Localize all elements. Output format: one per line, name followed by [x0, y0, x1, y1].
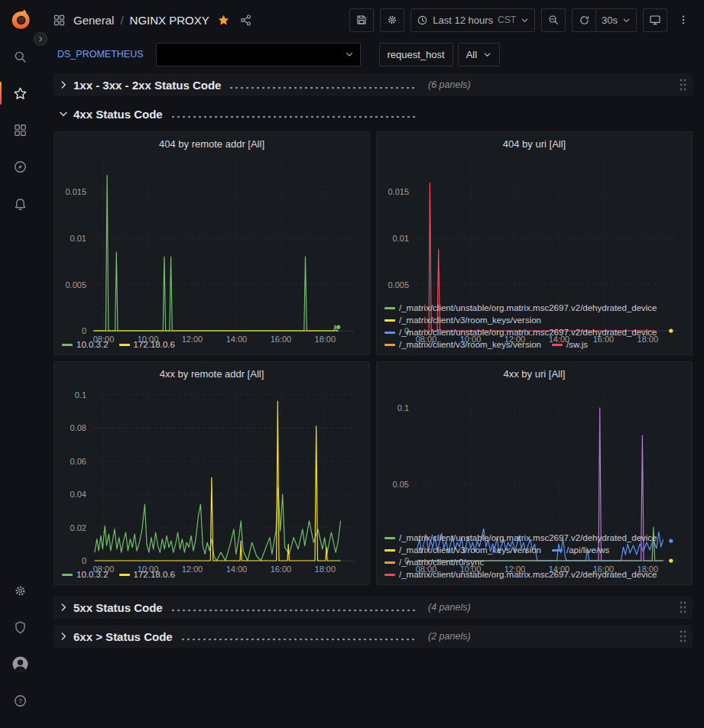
breadcrumb-section[interactable]: General	[73, 14, 114, 27]
legend-item[interactable]: 10.0.3.2	[62, 570, 109, 579]
chart-plot[interactable]: 00.050.108:0010:0012:0014:0016:0018:00	[380, 383, 687, 532]
request-host-variable-label: request_host	[379, 43, 453, 66]
legend-item[interactable]: 10.0.3.2	[62, 340, 109, 349]
legend-label: /_matrix/client/unstable/org.matrix.msc2…	[399, 570, 657, 579]
row-dotted-leader	[170, 607, 417, 613]
refresh-icon	[579, 15, 590, 26]
legend-swatch	[62, 574, 73, 576]
panel-title[interactable]: 4xx by uri [All]	[377, 362, 692, 382]
row-panel-count: (2 panels)	[428, 631, 471, 642]
favorite-star-icon[interactable]	[216, 12, 232, 28]
main-area: General / NGINX PROXY La	[41, 0, 704, 728]
row-6xx-status-code[interactable]: 6xx > Status Code (2 panels)	[54, 625, 693, 648]
panel-title[interactable]: 404 by remote addr [All]	[54, 132, 369, 152]
row-panel-count: (4 panels)	[428, 602, 471, 613]
legend-swatch	[384, 537, 395, 539]
legend-swatch	[119, 574, 130, 576]
legend-label: /_matrix/client/v3/room_keys/version	[399, 315, 541, 325]
save-dashboard-button[interactable]	[349, 8, 374, 32]
row-title: 4xx Status Code	[73, 108, 163, 121]
refresh-button[interactable]	[572, 8, 596, 32]
chart-plot[interactable]: 00.0050.010.01508:0010:0012:0014:0016:00…	[380, 154, 687, 302]
time-range-picker[interactable]: Last 12 hours CST	[410, 8, 535, 32]
sidebar-item-search[interactable]	[0, 38, 41, 75]
breadcrumb: General / NGINX PROXY	[51, 12, 349, 28]
more-options-kebab[interactable]	[673, 8, 693, 32]
legend-swatch	[384, 332, 395, 334]
bell-icon	[13, 196, 28, 211]
dashboard-header: General / NGINX PROXY La	[41, 0, 704, 40]
chevron-right-icon	[58, 631, 69, 642]
host-variable-dropdown[interactable]	[156, 43, 361, 66]
avatar-icon	[11, 655, 29, 673]
chart-plot[interactable]: 00.020.040.060.080.108:0010:0012:0014:00…	[57, 383, 365, 568]
chevron-down-icon	[483, 50, 492, 59]
sidebar-item-explore[interactable]	[0, 148, 41, 185]
legend-item[interactable]: /api/live/ws	[552, 545, 609, 555]
legend-item[interactable]: /_matrix/client/v3/room_keys/version	[384, 340, 541, 349]
datasource-variable-link[interactable]: DS_PROMETHEUS	[53, 46, 148, 63]
legend-item[interactable]: /_matrix/client/unstable/org.matrix.msc2…	[384, 328, 657, 337]
legend-item[interactable]: 172.18.0.6	[119, 570, 175, 579]
share-icon[interactable]	[238, 12, 254, 28]
row-drag-handle[interactable]	[679, 78, 686, 92]
chevron-down-icon	[622, 16, 631, 24]
legend-swatch	[384, 561, 395, 564]
chevron-down-icon	[345, 50, 354, 59]
legend-item[interactable]: /_matrix/client/v3/room_keys/version	[384, 545, 541, 555]
refresh-interval-label: 30s	[602, 15, 618, 26]
sidebar-item-starred[interactable]	[0, 75, 41, 112]
chevron-down-icon	[521, 16, 529, 24]
row-drag-handle[interactable]	[679, 629, 686, 643]
row-title: 6xx > Status Code	[73, 630, 173, 643]
grafana-logo-icon[interactable]	[9, 8, 32, 31]
sidebar-item-alerting[interactable]	[0, 185, 41, 222]
request-host-variable-value: All	[466, 49, 477, 60]
legend-item[interactable]: /_matrix/client/r0/sync	[384, 558, 484, 567]
sidebar-expand-button[interactable]	[34, 32, 47, 46]
sidebar-item-dashboards[interactable]	[0, 112, 41, 148]
legend-swatch	[384, 574, 395, 576]
legend-item[interactable]: /_matrix/client/unstable/org.matrix.msc2…	[384, 303, 657, 312]
legend-item[interactable]: 172.18.0.6	[119, 340, 175, 349]
legend-swatch	[552, 549, 563, 552]
sidebar: ?	[0, 0, 41, 728]
sidebar-item-configuration[interactable]	[0, 572, 41, 609]
legend-swatch	[62, 344, 73, 346]
svg-text:0.02: 0.02	[70, 523, 86, 532]
legend-label: /_matrix/client/r0/sync	[399, 558, 484, 567]
sidebar-item-profile[interactable]	[0, 645, 41, 682]
chevron-down-icon	[58, 108, 69, 119]
apps-grid-icon	[51, 12, 67, 28]
dashboard-settings-button[interactable]	[380, 8, 404, 32]
dashboards-grid-icon	[13, 123, 28, 138]
chevron-right-icon	[58, 79, 69, 90]
gear-icon	[13, 584, 28, 598]
dashboard-content: 1xx - 3xx - 2xx Status Code (6 panels) 4…	[41, 69, 704, 728]
row-5xx-status-code[interactable]: 5xx Status Code (4 panels)	[54, 596, 693, 619]
refresh-interval-dropdown[interactable]: 30s	[595, 8, 637, 32]
panel-title[interactable]: 404 by uri [All]	[377, 132, 692, 152]
panel-title[interactable]: 4xx by remote addr [All]	[54, 362, 369, 382]
panel-grid: 404 by remote addr [All] 00.0050.010.015…	[54, 131, 693, 585]
row-1xx-3xx-2xx-status-code[interactable]: 1xx - 3xx - 2xx Status Code (6 panels)	[54, 73, 693, 96]
cycle-view-mode-button[interactable]	[643, 8, 667, 32]
legend-item[interactable]: /sw.js	[552, 340, 588, 349]
grafana-app: ? General / NGINX PROXY	[0, 0, 704, 728]
legend-item[interactable]: /_matrix/client/unstable/org.matrix.msc2…	[384, 570, 657, 579]
chart-plot[interactable]: 00.0050.010.01508:0010:0012:0014:0016:00…	[57, 154, 365, 338]
row-drag-handle[interactable]	[679, 600, 686, 614]
zoom-out-button[interactable]	[541, 8, 566, 32]
svg-text:0.015: 0.015	[388, 187, 409, 196]
legend: /_matrix/client/unstable/org.matrix.msc2…	[377, 532, 692, 584]
legend-item[interactable]: /_matrix/client/v3/room_keys/version	[384, 315, 541, 325]
row-4xx-status-code[interactable]: 4xx Status Code	[54, 102, 693, 125]
request-host-variable-dropdown[interactable]: All	[458, 43, 500, 66]
legend-label: /_matrix/client/unstable/org.matrix.msc2…	[399, 533, 657, 542]
row-lead: 5xx Status Code	[58, 601, 419, 614]
legend-item[interactable]: /_matrix/client/unstable/org.matrix.msc2…	[384, 533, 657, 542]
sidebar-item-server-admin[interactable]	[0, 609, 41, 645]
legend: 10.0.3.2172.18.0.6	[54, 568, 369, 584]
sidebar-item-help[interactable]: ?	[0, 682, 41, 719]
svg-text:0.01: 0.01	[393, 234, 409, 243]
